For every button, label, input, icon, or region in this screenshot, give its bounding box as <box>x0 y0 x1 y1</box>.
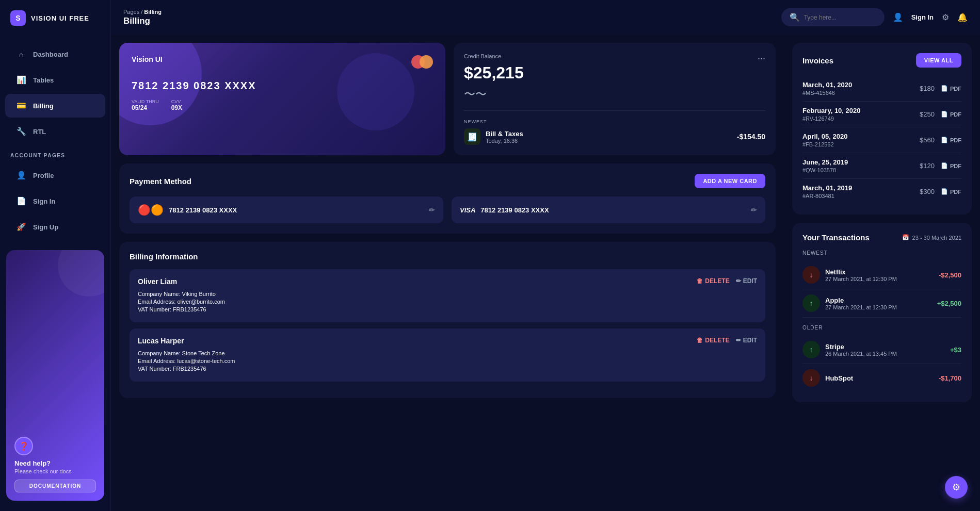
visa-edit-button[interactable]: ✏ <box>751 206 757 214</box>
profile-icon: 👤 <box>15 170 27 181</box>
add-new-card-button[interactable]: ADD A NEW CARD <box>695 174 765 188</box>
help-title: Need help? <box>14 459 96 467</box>
nav-profile[interactable]: 👤 Profile <box>5 163 105 187</box>
nav-billing[interactable]: 💳 Billing <box>5 94 105 118</box>
billing-name-oliver: Oliver Liam <box>138 277 177 286</box>
payment-card-visa: VISA 7812 2139 0823 XXXX ✏ <box>452 196 765 223</box>
sidebar: S VISION UI FREE ⌂ Dashboard 📊 Tables 💳 … <box>0 0 111 511</box>
mastercard-edit-button[interactable]: ✏ <box>429 206 435 214</box>
billing-entry-oliver-header: Oliver Liam 🗑 DELETE ✏ EDIT <box>138 277 757 286</box>
top-cards: Vision UI 7812 2139 0823 XXXX VALID THRU… <box>119 43 776 155</box>
invoice-5-id: #AR-803481 <box>802 193 852 199</box>
hubspot-icon: ↓ <box>802 369 820 387</box>
invoice-row-5: March, 01, 2019 #AR-803481 $300 📄 PDF <box>802 179 961 204</box>
wave-icon: 〜〜 <box>464 87 765 102</box>
netflix-info: Netflix 27 March 2021, at 12:30 PM <box>825 268 897 282</box>
mastercard-right-circle <box>420 55 433 69</box>
apple-date: 27 March 2021, at 12:30 PM <box>825 304 897 310</box>
invoice-row-3: April, 05, 2020 #FB-212562 $560 📄 PDF <box>802 127 961 153</box>
more-options-button[interactable]: ··· <box>758 53 765 64</box>
settings-icon[interactable]: ⚙ <box>942 12 949 22</box>
edit-lucas-button[interactable]: ✏ EDIT <box>736 337 757 344</box>
nav-label-signin: Sign In <box>33 197 55 205</box>
invoice-4-id: #QW-103578 <box>802 167 848 173</box>
credit-card-visual: Vision UI 7812 2139 0823 XXXX VALID THRU… <box>119 43 445 155</box>
nav-label-dashboard: Dashboard <box>33 51 68 58</box>
hubspot-left: ↓ HubSpot <box>802 369 853 387</box>
stripe-date: 26 March 2021, at 13:45 PM <box>825 351 897 357</box>
visa-icon: VISA <box>460 206 475 214</box>
logo-box: S <box>10 10 26 26</box>
invoice-4-pdf-button[interactable]: 📄 PDF <box>941 162 961 169</box>
invoice-5-info: March, 01, 2019 #AR-803481 <box>802 184 852 199</box>
oliver-vat: VAT Number: FRB1235476 <box>138 306 757 312</box>
dashboard-icon: ⌂ <box>15 48 27 60</box>
bell-icon[interactable]: 🔔 <box>957 12 968 22</box>
topbar: Pages / Billing Billing 🔍 👤 Sign In ⚙ 🔔 <box>111 0 980 35</box>
help-card: ❓ Need help? Please check our docs DOCUM… <box>6 250 104 501</box>
invoice-row-4: June, 25, 2019 #QW-103578 $120 📄 PDF <box>802 153 961 179</box>
balance-transaction-row: 🧾 Bill & Taxes Today, 16:36 -$154.50 <box>464 128 765 145</box>
netflix-company: Netflix <box>825 268 897 276</box>
card-logo <box>411 55 433 69</box>
delete-lucas-button[interactable]: 🗑 DELETE <box>697 337 729 344</box>
center-panel: Vision UI 7812 2139 0823 XXXX VALID THRU… <box>111 35 784 511</box>
invoice-2-pdf-button[interactable]: 📄 PDF <box>941 111 961 118</box>
invoice-4-date: June, 25, 2019 <box>802 158 848 166</box>
breadcrumb: Pages / Billing Billing <box>123 9 162 26</box>
nav-dashboard[interactable]: ⌂ Dashboard <box>5 42 105 66</box>
netflix-left: ↓ Netflix 27 March 2021, at 12:30 PM <box>802 266 897 284</box>
transactions-older-label: OLDER <box>802 325 961 331</box>
credit-balance-label: Credit Balance <box>464 53 524 59</box>
delete-oliver-button[interactable]: 🗑 DELETE <box>697 277 729 285</box>
settings-fab-button[interactable]: ⚙ <box>945 476 968 499</box>
edit-oliver-button[interactable]: ✏ EDIT <box>736 277 757 285</box>
apple-amount: +$2,500 <box>937 300 961 307</box>
help-icon: ❓ <box>14 437 33 455</box>
transaction-netflix: ↓ Netflix 27 March 2021, at 12:30 PM -$2… <box>802 261 961 289</box>
transactions-header: Your Transactions 📅 23 - 30 March 2021 <box>802 233 961 242</box>
nav-signup[interactable]: 🚀 Sign Up <box>5 215 105 239</box>
payment-cards-list: 🔴🟠 7812 2139 0823 XXXX ✏ VISA 7812 2139 … <box>130 196 765 223</box>
invoice-5-pdf-button[interactable]: 📄 PDF <box>941 188 961 195</box>
hubspot-amount: -$1,700 <box>939 374 961 382</box>
invoice-1-pdf-button[interactable]: 📄 PDF <box>941 85 961 92</box>
nav-signin[interactable]: 📄 Sign In <box>5 189 105 213</box>
stripe-icon: ↑ <box>802 341 820 358</box>
search-input[interactable] <box>804 14 876 21</box>
netflix-date: 27 March 2021, at 12:30 PM <box>825 276 897 282</box>
invoice-3-pdf-button[interactable]: 📄 PDF <box>941 137 961 143</box>
invoice-2-amount: $250 <box>920 110 935 118</box>
search-bar[interactable]: 🔍 <box>781 8 885 26</box>
billing-oliver-actions: 🗑 DELETE ✏ EDIT <box>697 277 757 285</box>
tables-icon: 📊 <box>15 74 27 86</box>
billing-lucas-actions: 🗑 DELETE ✏ EDIT <box>697 337 757 344</box>
transaction-name: Bill & Taxes <box>486 130 523 138</box>
invoice-1-id: #MS-415646 <box>802 90 852 96</box>
transaction-info: Bill & Taxes Today, 16:36 <box>486 130 523 144</box>
signup-icon: 🚀 <box>15 221 27 233</box>
nav-label-signup: Sign Up <box>33 223 58 231</box>
documentation-button[interactable]: DOCUMENTATION <box>14 480 96 492</box>
invoice-4-amount: $120 <box>920 162 935 170</box>
apple-info: Apple 27 March 2021, at 12:30 PM <box>825 296 897 310</box>
card-valid-thru: VALID THRU 05/24 <box>132 99 159 111</box>
view-all-button[interactable]: VIEW ALL <box>916 53 961 68</box>
sign-in-button[interactable]: Sign In <box>911 13 934 21</box>
hubspot-company: HubSpot <box>825 374 853 382</box>
mastercard-card-left: 🔴🟠 7812 2139 0823 XXXX <box>138 204 237 216</box>
invoice-1-info: March, 01, 2020 #MS-415646 <box>802 81 852 96</box>
billing-icon: 💳 <box>15 100 27 111</box>
apple-left: ↑ Apple 27 March 2021, at 12:30 PM <box>802 294 897 312</box>
hubspot-info: HubSpot <box>825 374 853 382</box>
nav-tables[interactable]: 📊 Tables <box>5 68 105 92</box>
nav-rtl[interactable]: 🔧 RTL <box>5 120 105 143</box>
billing-name-lucas: Lucas Harper <box>138 337 184 345</box>
nav-label-profile: Profile <box>33 172 54 179</box>
invoice-5-date: March, 01, 2019 <box>802 184 852 192</box>
credit-balance-card: Credit Balance $25,215 ··· 〜〜 NEWEST 🧾 B… <box>454 43 776 155</box>
credit-balance-top: Credit Balance $25,215 ··· <box>464 53 765 83</box>
invoice-3-date: April, 05, 2020 <box>802 133 847 140</box>
card-cvv: CVV 09X <box>171 99 182 111</box>
nav-label-rtl: RTL <box>33 128 46 136</box>
